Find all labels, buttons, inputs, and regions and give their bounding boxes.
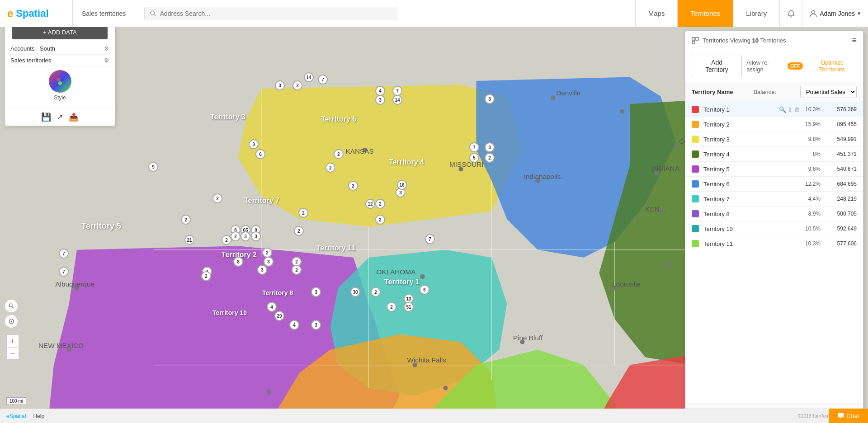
territory-value: 451,371 bbox=[825, 151, 857, 157]
panel-menu-button[interactable]: ≡ bbox=[852, 36, 857, 45]
zoom-controls: + − bbox=[6, 334, 19, 360]
header-right: Maps Territories Library Adam Jones ▾ bbox=[635, 0, 868, 27]
territory-value: 500,705 bbox=[825, 211, 857, 217]
viewing-prefix: Territories Viewing bbox=[703, 37, 752, 44]
svg-point-71 bbox=[267, 390, 271, 394]
notification-button[interactable] bbox=[779, 0, 802, 27]
svg-point-23 bbox=[620, 109, 624, 114]
territory-color-swatch bbox=[692, 240, 699, 247]
logo: eSpatial bbox=[0, 7, 72, 20]
svg-text:Pine Bluff: Pine Bluff bbox=[513, 334, 543, 342]
right-panel: Territories Viewing 10 Territories ≡ Add… bbox=[685, 31, 863, 418]
territory-name: Territory 5 bbox=[703, 166, 803, 173]
search-icon bbox=[150, 10, 156, 17]
svg-rect-98 bbox=[692, 38, 695, 40]
rp-balance-row: Territory Name Balance: Potential Sales bbox=[685, 82, 863, 102]
add-data-button[interactable]: + ADD DATA bbox=[12, 25, 108, 39]
rp-actions: Add Territory Allow re-assign OFF Optimi… bbox=[685, 50, 863, 82]
layer2-name: Sales territories bbox=[10, 57, 51, 64]
export-icon[interactable]: 📤 bbox=[69, 112, 79, 122]
viewing-count: 10 bbox=[752, 37, 759, 44]
territory-row-1[interactable]: Territory 2 15.9% 895,455 bbox=[685, 117, 863, 132]
compass-button[interactable] bbox=[5, 315, 18, 328]
add-territory-button[interactable]: Add Territory bbox=[692, 55, 742, 77]
territory-value: 684,695 bbox=[825, 181, 857, 187]
territory-color-swatch bbox=[692, 136, 699, 143]
territory-row-7[interactable]: Territory 8 8.9% 500,705 bbox=[685, 207, 863, 221]
toggle-button[interactable]: OFF bbox=[788, 62, 803, 70]
library-nav-button[interactable]: Library bbox=[733, 0, 779, 27]
territories-nav-button[interactable]: Territories bbox=[677, 0, 733, 27]
territory-row-4[interactable]: Territory 5 9.6% 540,671 bbox=[685, 162, 863, 177]
zoom-out-button[interactable]: − bbox=[6, 347, 19, 360]
style-icon[interactable] bbox=[49, 70, 71, 93]
viewing-suffix: Territories bbox=[759, 37, 786, 44]
territory-color-swatch bbox=[692, 195, 699, 202]
share-icon[interactable]: ↗ bbox=[57, 112, 63, 122]
svg-point-29 bbox=[666, 263, 670, 268]
delete-action-icon[interactable]: 🗑 bbox=[794, 106, 800, 113]
style-label: Style bbox=[54, 94, 66, 101]
info-action-icon[interactable]: ℹ bbox=[789, 106, 791, 113]
territory-row-6[interactable]: Territory 7 4.4% 248,219 bbox=[685, 192, 863, 207]
territory-name: Territory 3 bbox=[703, 136, 803, 143]
rp-top-bar: Territories Viewing 10 Territories ≡ bbox=[685, 31, 863, 50]
zoom-in-button[interactable]: + bbox=[6, 334, 19, 347]
chat-button[interactable]: Chat bbox=[829, 409, 868, 423]
layer-sales-territories: Sales territories ⚙ bbox=[9, 55, 111, 66]
territory-color-swatch bbox=[692, 180, 699, 188]
svg-point-91 bbox=[9, 304, 12, 307]
search-input[interactable] bbox=[160, 10, 392, 17]
svg-point-0 bbox=[151, 11, 155, 15]
bottom-bar: eSpatial Help ©2019 TomTom Microsoft Cha… bbox=[0, 409, 868, 423]
svg-text:Louisville: Louisville bbox=[612, 280, 641, 288]
territory-value: 540,671 bbox=[825, 166, 857, 172]
chat-icon bbox=[838, 413, 844, 419]
balance-select[interactable]: Potential Sales bbox=[800, 86, 857, 98]
zoom-action-icon[interactable]: 🔍 bbox=[779, 106, 786, 113]
layer1-settings-icon[interactable]: ⚙ bbox=[104, 45, 109, 52]
save-icon[interactable]: 💾 bbox=[41, 112, 51, 122]
zoom-search-button[interactable] bbox=[5, 299, 18, 313]
svg-point-24 bbox=[674, 144, 678, 148]
territory-value: 592,649 bbox=[825, 226, 857, 232]
zoom-cluster bbox=[5, 299, 18, 328]
svg-point-72 bbox=[443, 385, 448, 390]
espatial-footer-link[interactable]: eSpatial bbox=[6, 413, 26, 419]
layer2-settings-icon[interactable]: ⚙ bbox=[104, 57, 109, 64]
maps-nav-button[interactable]: Maps bbox=[635, 0, 678, 27]
territory-name: Territory 1 bbox=[703, 106, 779, 113]
layer-accounts-south: Accounts - South ⚙ bbox=[9, 43, 111, 55]
user-menu-button[interactable]: Adam Jones ▾ bbox=[802, 0, 868, 27]
territory-value: 549,991 bbox=[825, 136, 857, 142]
territory-percent: 10.5% bbox=[803, 226, 821, 232]
territory-row-3[interactable]: Territory 4 8% 451,371 bbox=[685, 147, 863, 162]
allow-reassign-label: Allow re-assign bbox=[746, 59, 785, 73]
compass-icon bbox=[9, 319, 14, 324]
search-box[interactable] bbox=[144, 7, 397, 20]
bottom-left: eSpatial Help bbox=[6, 413, 44, 419]
user-name: Adam Jones bbox=[820, 10, 855, 17]
territory-row-5[interactable]: Territory 6 12.2% 684,695 bbox=[685, 177, 863, 192]
territory-percent: 8% bbox=[803, 151, 821, 157]
optimize-territories-button[interactable]: Optimize Territories bbox=[807, 59, 857, 73]
svg-line-92 bbox=[12, 306, 14, 308]
svg-point-97 bbox=[58, 81, 62, 85]
help-link[interactable]: Help bbox=[33, 413, 44, 419]
balance-label: Balance: bbox=[753, 89, 776, 95]
territory-row-8[interactable]: Territory 10 10.5% 592,649 bbox=[685, 221, 863, 236]
svg-rect-99 bbox=[696, 38, 698, 40]
territory-row-0[interactable]: Territory 1 🔍 ℹ 🗑 10.3% 576,369 bbox=[685, 102, 863, 117]
territory-row-2[interactable]: Territory 3 9.8% 549,991 bbox=[685, 132, 863, 147]
style-area: Style bbox=[9, 66, 111, 104]
layer1-name: Accounts - South bbox=[10, 45, 55, 52]
territory-row-9[interactable]: Territory 11 10.3% 577,606 bbox=[685, 236, 863, 251]
territory-percent: 9.8% bbox=[803, 136, 821, 142]
territory-percent: 8.9% bbox=[803, 211, 821, 217]
cp-footer: 💾 ↗ 📤 bbox=[5, 108, 115, 126]
app-title: Sales territories bbox=[72, 0, 135, 27]
svg-text:KEN...: KEN... bbox=[645, 205, 665, 213]
svg-point-94 bbox=[11, 321, 12, 322]
svg-text:MISSOURI: MISSOURI bbox=[449, 160, 484, 168]
territory-color-swatch bbox=[692, 150, 699, 158]
